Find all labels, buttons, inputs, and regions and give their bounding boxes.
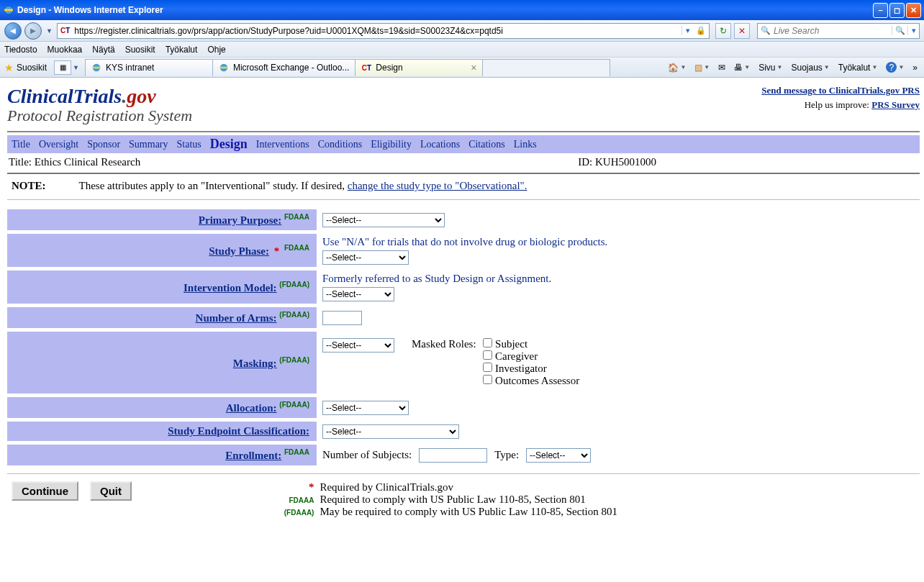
- security-menu[interactable]: Suojaus▼: [789, 63, 831, 73]
- number-of-subjects-label: Number of Subjects:: [322, 449, 412, 461]
- endpoint-classification-label[interactable]: Study Endpoint Classification:: [168, 425, 309, 437]
- nav-conditions[interactable]: Conditions: [318, 139, 362, 150]
- window-minimize-button[interactable]: –: [873, 3, 888, 18]
- browser-menubar: Tiedosto Muokkaa Näytä Suosikit Työkalut…: [0, 42, 924, 58]
- address-input[interactable]: [73, 26, 681, 36]
- menu-view[interactable]: Näytä: [92, 45, 114, 55]
- back-button[interactable]: ◄: [4, 22, 22, 40]
- search-provider-dropdown[interactable]: ▾: [907, 26, 919, 35]
- role-investigator[interactable]: Investigator: [483, 363, 579, 375]
- change-study-type-link[interactable]: change the study type to "Observational"…: [348, 180, 527, 191]
- address-dropdown[interactable]: ▾: [681, 26, 693, 35]
- role-outcomes-assessor-checkbox[interactable]: [483, 375, 492, 384]
- note-row: NOTE: These attributes apply to an "Inte…: [7, 180, 920, 199]
- enrollment-label[interactable]: Enrollment:: [225, 450, 281, 461]
- tab-outlook[interactable]: Microsoft Exchange - Outloo...: [212, 59, 355, 76]
- quick-tabs-button[interactable]: ▦: [54, 60, 71, 75]
- send-message-link[interactable]: Send message to ClinicalTrials.gov PRS: [761, 85, 920, 96]
- nav-locations[interactable]: Locations: [420, 139, 460, 150]
- quit-button[interactable]: Quit: [90, 481, 132, 501]
- role-investigator-checkbox[interactable]: [483, 363, 492, 372]
- refresh-button[interactable]: ↻: [715, 23, 731, 39]
- nav-eligibility[interactable]: Eligibility: [371, 139, 412, 150]
- feeds-button[interactable]: ▨▼: [692, 63, 712, 73]
- nav-design[interactable]: Design: [210, 137, 248, 152]
- history-dropdown[interactable]: ▼: [45, 27, 54, 35]
- legend-fdaaa-key: FDAAA: [289, 496, 314, 504]
- ie-icon: [3, 4, 14, 16]
- divider: [7, 199, 920, 200]
- nav-status[interactable]: Status: [177, 139, 201, 150]
- tab-design[interactable]: CT Design ×: [355, 59, 483, 76]
- mail-button[interactable]: ✉: [716, 63, 728, 73]
- endpoint-classification-select[interactable]: --Select--: [322, 424, 459, 439]
- search-icon: 🔍: [758, 26, 774, 35]
- section-nav: Title Oversight Sponsor Summary Status D…: [7, 135, 920, 153]
- home-button[interactable]: 🏠▼: [666, 63, 688, 73]
- home-icon: 🏠: [668, 63, 679, 73]
- page-menu[interactable]: Sivu▼: [756, 63, 784, 73]
- number-of-arms-input[interactable]: [322, 311, 362, 325]
- menu-favorites[interactable]: Suosikit: [125, 45, 155, 55]
- help-button[interactable]: ?▼: [884, 62, 906, 73]
- search-input[interactable]: [774, 26, 892, 36]
- new-tab-button[interactable]: [482, 59, 610, 76]
- nav-summary[interactable]: Summary: [129, 139, 168, 150]
- tab-kys-intranet[interactable]: KYS intranet: [85, 59, 213, 76]
- fdaaa-optional-badge: (FDAAA): [279, 281, 309, 288]
- note-label: NOTE:: [12, 180, 76, 192]
- window-close-button[interactable]: ✕: [906, 3, 921, 18]
- window-maximize-button[interactable]: ◻: [889, 3, 905, 18]
- masked-roles-label: Masked Roles:: [412, 338, 476, 350]
- study-phase-select[interactable]: --Select--: [322, 250, 409, 265]
- primary-purpose-select[interactable]: --Select--: [322, 213, 445, 227]
- nav-links[interactable]: Links: [514, 139, 537, 150]
- primary-purpose-label[interactable]: Primary Purpose:: [199, 214, 281, 226]
- masking-select[interactable]: --Select--: [322, 338, 394, 353]
- role-subject-label: Subject: [495, 338, 527, 350]
- nav-citations[interactable]: Citations: [468, 139, 505, 150]
- enrollment-type-select[interactable]: --Select--: [526, 448, 591, 463]
- nav-oversight[interactable]: Oversight: [39, 139, 78, 150]
- forward-button[interactable]: ►: [24, 22, 42, 40]
- quick-tabs-dropdown[interactable]: ▼: [71, 64, 81, 71]
- stop-button[interactable]: ✕: [734, 23, 750, 39]
- role-subject-checkbox[interactable]: [483, 338, 492, 347]
- menu-tools[interactable]: Työkalut: [166, 45, 198, 55]
- role-outcomes-assessor[interactable]: Outcomes Assessor: [483, 375, 579, 387]
- role-caregiver[interactable]: Caregiver: [483, 350, 579, 363]
- nav-title[interactable]: Title: [12, 139, 30, 150]
- favorites-button[interactable]: ★Suosikit: [4, 62, 47, 73]
- prs-survey-link[interactable]: PRS Survey: [871, 99, 920, 110]
- allocation-select[interactable]: --Select--: [322, 401, 409, 415]
- tab-close-button[interactable]: ×: [471, 62, 476, 73]
- print-button[interactable]: 🖶▼: [732, 63, 752, 73]
- nav-interventions[interactable]: Interventions: [256, 139, 309, 150]
- search-bar[interactable]: 🔍 🔍 ▾: [757, 23, 920, 39]
- nav-sponsor[interactable]: Sponsor: [87, 139, 120, 150]
- masking-label[interactable]: Masking:: [233, 358, 277, 369]
- study-phase-label[interactable]: Study Phase:: [209, 245, 269, 257]
- browser-tabbar: ★Suosikit ▦ ▼ KYS intranet Microsoft Exc…: [0, 58, 924, 78]
- continue-button[interactable]: Continue: [12, 481, 78, 501]
- note-text: These attributes apply to an "Interventi…: [78, 180, 347, 191]
- more-button[interactable]: »: [910, 63, 920, 73]
- role-caregiver-checkbox[interactable]: [483, 350, 492, 360]
- ie-icon: [91, 63, 101, 73]
- menu-help[interactable]: Ohje: [207, 45, 225, 55]
- legend-required: Required by ClinicalTrials.gov: [320, 481, 453, 494]
- address-bar[interactable]: CT ▾ 🔒: [57, 23, 710, 39]
- intervention-model-select[interactable]: --Select--: [322, 287, 394, 301]
- tools-menu[interactable]: Työkalut▼: [836, 63, 880, 73]
- menu-edit[interactable]: Muokkaa: [47, 45, 83, 55]
- id-label: ID:: [578, 156, 595, 168]
- number-of-subjects-input[interactable]: [419, 448, 487, 463]
- allocation-label[interactable]: Allocation:: [226, 402, 277, 414]
- enrollment-type-label: Type:: [494, 449, 519, 461]
- search-go-button[interactable]: 🔍: [892, 26, 907, 35]
- menu-file[interactable]: Tiedosto: [4, 45, 37, 55]
- intervention-model-label[interactable]: Intervention Model:: [184, 282, 277, 294]
- number-of-arms-label[interactable]: Number of Arms:: [196, 312, 277, 324]
- role-subject[interactable]: Subject: [483, 338, 579, 350]
- window-titlebar: Design - Windows Internet Explorer – ◻ ✕: [0, 0, 924, 20]
